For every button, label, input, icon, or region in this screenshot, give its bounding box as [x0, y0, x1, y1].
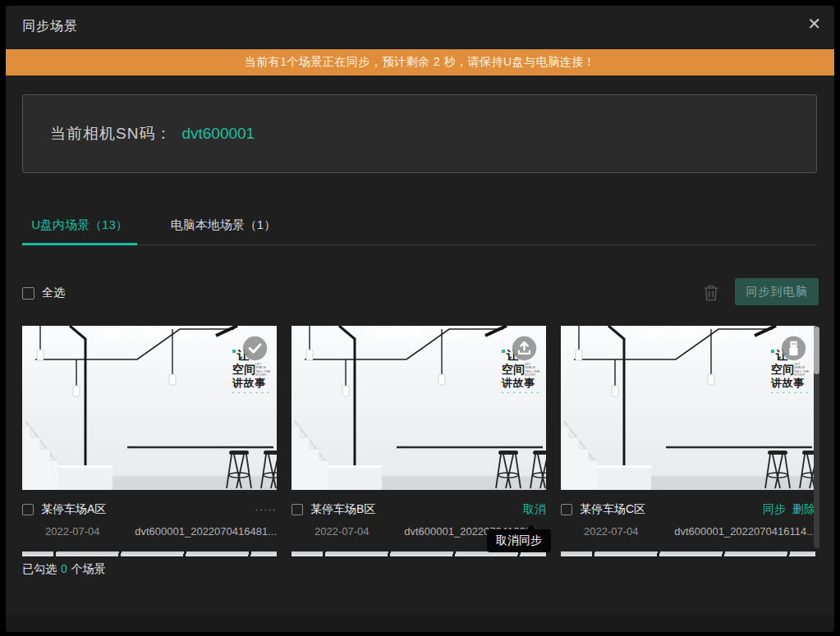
tab-local-scenes[interactable]: 电脑本地场景（1）	[154, 206, 293, 245]
scene-card-grid: 让 空间LET SPACE TELL THE STORY 讲故事 ▪ ▪ ▪ ▪…	[22, 326, 815, 538]
scene-date: 2022-07-04	[291, 525, 370, 538]
sync-progress-banner: 当前有1个场景正在同步，预计剩余 2 秒，请保持U盘与电脑连接！	[6, 49, 834, 75]
usb-drive-icon	[780, 335, 807, 362]
tab-usb-scenes[interactable]: U盘内场景（13）	[22, 206, 137, 245]
scene-name: 某停车场A区	[41, 502, 106, 517]
scene-name: 某停车场C区	[580, 502, 645, 517]
scene-date: 2022-07-04	[22, 525, 100, 538]
scene-card: 让 空间LET SPACE TELL THE STORY 讲故事 ▪ ▪ ▪ ▪…	[291, 326, 546, 538]
close-icon[interactable]: ✕	[807, 14, 821, 34]
selected-count-status: 已勾选0个场景	[22, 562, 106, 577]
banner-text: 当前有1个场景正在同步，预计剩余 2 秒，请保持U盘与电脑连接！	[245, 55, 595, 70]
camera-sn-label: 当前相机SN码：	[50, 123, 172, 144]
grid-scrollbar-track[interactable]	[814, 326, 819, 548]
uploading-icon	[511, 335, 538, 362]
select-all-row: 全选	[22, 286, 65, 300]
next-row-thumbnail-peek	[22, 551, 277, 556]
sync-to-computer-button[interactable]: 同步到电脑	[735, 278, 819, 305]
selected-count: 0	[61, 562, 67, 575]
select-all-label: 全选	[42, 286, 65, 300]
delete-icon[interactable]	[703, 284, 719, 302]
cancel-sync-tooltip: 取消同步	[487, 529, 551, 552]
scene-filename: dvt600001_2022070416114...	[674, 525, 815, 538]
poster-dot	[502, 350, 505, 353]
scene-checkbox[interactable]	[291, 504, 303, 515]
scene-source-tabs: U盘内场景（13） 电脑本地场景（1）	[22, 206, 817, 245]
camera-sn-panel: 当前相机SN码： dvt600001	[22, 94, 817, 173]
sync-scenes-dialog: 同步场景 ✕ 当前有1个场景正在同步，预计剩余 2 秒，请保持U盘与电脑连接！ …	[6, 6, 834, 632]
scene-name: 某停车场B区	[310, 502, 375, 517]
scene-thumbnail[interactable]: 让 空间LET SPACE TELL THE STORY 讲故事 ▪ ▪ ▪ ▪…	[22, 326, 277, 490]
scene-thumbnail[interactable]: 让 空间LET SPACE TELL THE STORY 讲故事 ▪ ▪ ▪ ▪…	[561, 326, 815, 490]
scene-checkbox[interactable]	[561, 504, 572, 515]
sync-scene-link[interactable]: 同步	[763, 502, 786, 517]
grid-scrollbar-thumb[interactable]	[814, 327, 819, 374]
scene-checkbox[interactable]	[22, 504, 34, 515]
more-options-icon[interactable]: ·····	[255, 503, 277, 515]
poster-dot	[771, 350, 774, 353]
synced-check-icon	[241, 335, 269, 362]
poster-dot	[232, 350, 236, 353]
scene-card: 让 空间LET SPACE TELL THE STORY 讲故事 ▪ ▪ ▪ ▪…	[561, 326, 815, 538]
scene-filename: dvt600001_2022070416481...	[135, 525, 277, 538]
select-all-checkbox[interactable]	[22, 287, 34, 300]
cancel-sync-link[interactable]: 取消	[523, 502, 546, 517]
dialog-footer	[6, 615, 834, 632]
delete-scene-link[interactable]: 删除	[792, 502, 815, 517]
camera-sn-value: dvt600001	[181, 125, 255, 143]
scene-date: 2022-07-04	[561, 525, 639, 538]
dialog-title: 同步场景	[22, 18, 78, 35]
scene-thumbnail[interactable]: 让 空间LET SPACE TELL THE STORY 讲故事 ▪ ▪ ▪ ▪…	[291, 326, 546, 490]
next-row-thumbnail-peek	[561, 551, 815, 556]
scene-card: 让 空间LET SPACE TELL THE STORY 讲故事 ▪ ▪ ▪ ▪…	[22, 326, 277, 538]
